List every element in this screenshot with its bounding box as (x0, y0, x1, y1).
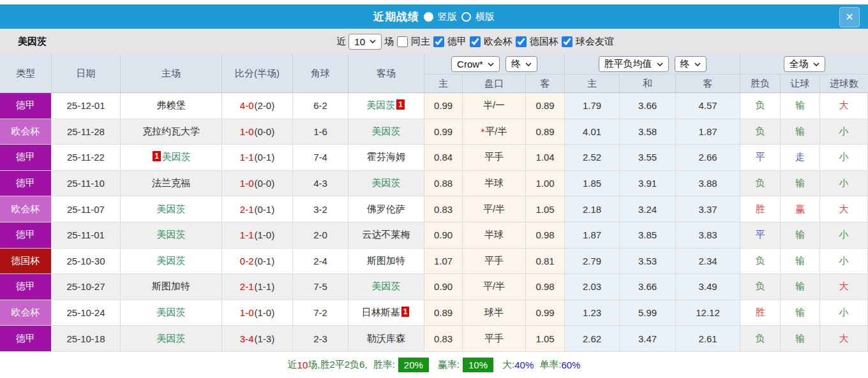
cell-corners: 4-3 (293, 171, 348, 197)
cell-odds-home: 0.88 (424, 171, 463, 197)
radio-horizontal-layout[interactable] (461, 12, 471, 22)
match-count-select[interactable]: 10 (348, 34, 382, 50)
cell-home-team: 美因茨 (121, 300, 222, 326)
checkbox-conference-league[interactable] (470, 36, 481, 47)
cell-handicap: 半球 (463, 222, 526, 249)
red-card-badge: 1 (401, 307, 410, 317)
red-card-badge: 1 (396, 99, 405, 110)
matches-label: 场 (384, 36, 394, 48)
cell-date: 25-11-01 (52, 222, 121, 249)
cell-handicap: 半/一 (463, 93, 526, 119)
cell-competition-type: 德国杯 (0, 249, 52, 275)
scope-group: 全场 (740, 54, 868, 75)
cell-avg-away: 4.57 (676, 93, 740, 119)
filter-bar: 美因茨 近 10 场 同主 德甲 欧会杯 德国杯 球会友谊 (0, 29, 868, 54)
cell-handicap-result: 输 (781, 274, 820, 300)
close-button[interactable]: ✕ (839, 7, 860, 27)
cell-avg-draw: 3.24 (620, 196, 676, 222)
cell-outcome-result: 平 (740, 145, 781, 171)
avg-odds-group: 胜平负均值 终 (565, 54, 740, 75)
cell-home-team: 法兰克福 (121, 171, 222, 197)
cell-goals-result: 小 (820, 145, 868, 171)
header-home: 主场 (121, 54, 222, 92)
red-card-badge: 1 (153, 151, 161, 161)
cell-outcome-result: 负 (740, 274, 781, 300)
near-label: 近 (336, 36, 346, 48)
cell-odds-away: 1.05 (526, 326, 565, 352)
cell-odds-home: 0.83 (424, 196, 463, 222)
cell-avg-draw: 3.58 (620, 119, 676, 145)
checkbox-club-friendly[interactable] (562, 36, 572, 47)
panel-title: 近期战绩 (373, 10, 419, 24)
chevron-down-icon (488, 62, 494, 66)
cell-odds-away: 1.05 (526, 196, 565, 222)
cell-avg-away: 12.12 (676, 300, 740, 326)
cell-competition-type: 德甲 (0, 171, 52, 197)
avg-time-value: 终 (680, 58, 690, 70)
checkbox-bundesliga[interactable] (433, 36, 444, 47)
cell-outcome-result: 负 (740, 326, 781, 352)
cell-competition-type: 德甲 (0, 326, 52, 352)
odds-time-select[interactable]: 终 (505, 56, 537, 72)
same-home-checkbox[interactable] (397, 36, 408, 47)
radio-horizontal-label[interactable]: 横版 (475, 11, 495, 23)
cell-competition-type: 德甲 (0, 274, 52, 300)
cell-avg-home: 1.87 (565, 222, 620, 249)
cell-handicap: 球半 (463, 300, 526, 326)
odds-source-select[interactable]: Crow* (451, 56, 500, 72)
cell-handicap-result: 输 (781, 249, 820, 275)
chevron-down-icon (525, 62, 532, 66)
scope-select[interactable]: 全场 (784, 56, 825, 72)
cell-corners: 7-5 (293, 274, 348, 300)
cell-outcome-result: 胜 (740, 300, 781, 326)
cell-avg-away: 3.37 (676, 196, 740, 222)
win-rate-value: 20% (398, 358, 429, 372)
cell-home-team: 美因茨 (121, 249, 222, 275)
header-date: 日期 (52, 54, 121, 92)
cell-date: 25-10-30 (52, 249, 121, 275)
radio-vertical-label[interactable]: 竖版 (438, 11, 457, 23)
cell-away-team: 勒沃库森 (348, 326, 424, 352)
header-goals: 进球数 (820, 75, 868, 92)
header-avg-draw: 和 (620, 75, 676, 92)
cell-away-team: 美因茨1 (348, 93, 424, 119)
cell-odds-away: 0.98 (526, 222, 565, 249)
big-rate-value: 40% (514, 360, 534, 370)
cell-corners: 7-4 (293, 145, 348, 171)
label-club-friendly: 球会友谊 (576, 36, 614, 48)
title-bar: 近期战绩 竖版 横版 ✕ (0, 4, 868, 29)
profit-rate-label: 赢率: (438, 359, 460, 371)
cell-avg-home: 2.62 (565, 326, 620, 352)
cell-competition-type: 欧会杯 (0, 119, 52, 145)
cell-avg-draw: 5.99 (620, 300, 676, 326)
cell-outcome-result: 胜 (740, 196, 781, 222)
cell-score: 1-0(0-0) (222, 171, 293, 197)
cell-handicap: 平/半 (463, 196, 526, 222)
cell-odds-away: 1.00 (526, 171, 565, 197)
avg-source-select[interactable]: 胜平负均值 (599, 56, 669, 72)
cell-goals-result: 大 (820, 93, 868, 119)
chevron-down-icon (813, 62, 819, 66)
scope-value: 全场 (789, 58, 809, 70)
avg-source-value: 胜平负均值 (604, 58, 652, 70)
cell-date: 25-11-07 (52, 196, 121, 222)
cell-score: 1-0(1-0) (222, 300, 293, 326)
cell-away-team: 美因茨 (348, 119, 424, 145)
cell-competition-type: 欧会杯 (0, 300, 52, 326)
cell-home-team: 斯图加特 (121, 274, 222, 300)
cell-handicap-result: 输 (781, 222, 820, 249)
cell-goals-result: 大 (820, 326, 868, 352)
avg-time-select[interactable]: 终 (675, 56, 707, 72)
cell-avg-home: 1.23 (565, 300, 620, 326)
cell-goals-result: 小 (820, 300, 868, 326)
checkbox-german-cup[interactable] (516, 36, 527, 47)
cell-goals-result: 大 (820, 274, 868, 300)
cell-odds-home: 0.90 (424, 222, 463, 249)
cell-corners: 3-2 (293, 196, 348, 222)
cell-home-team: 美因茨 (121, 196, 222, 222)
cell-home-team: 美因茨 (121, 222, 222, 249)
radio-vertical-layout[interactable] (424, 12, 433, 22)
cell-avg-away: 1.87 (676, 119, 740, 145)
cell-avg-draw: 3.91 (620, 171, 676, 197)
cell-goals-result: 小 (820, 249, 868, 275)
